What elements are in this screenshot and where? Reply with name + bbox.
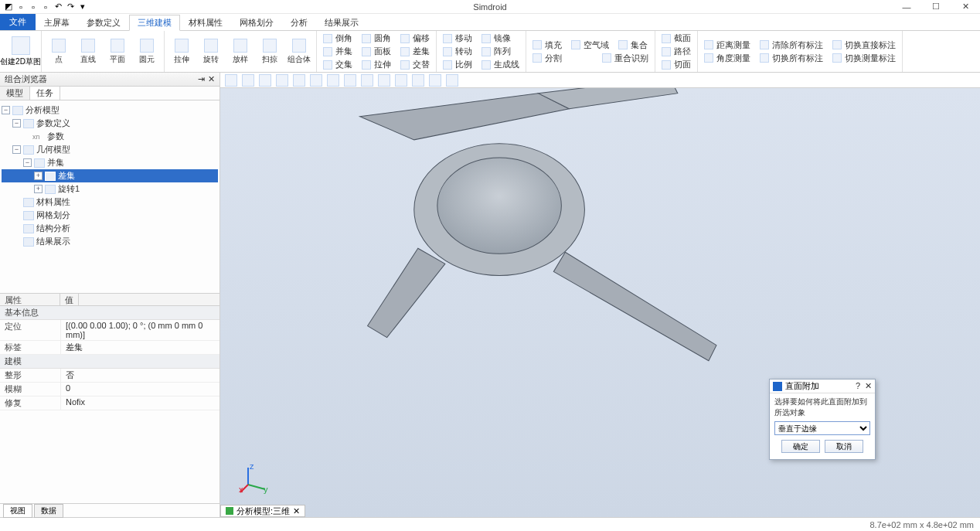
rb-plane[interactable]: 平面	[105, 34, 130, 69]
file-menu[interactable]: 文件	[0, 14, 36, 30]
bottom-tab-data[interactable]: 数据	[34, 504, 63, 518]
model-tree[interactable]: −分析模型 −参数定义 xn 参数 −几何模型 −并集 +差集 +旋转1 材料属…	[0, 100, 219, 293]
grid-icon[interactable]	[446, 74, 458, 87]
rb-split[interactable]: 分割重合识别	[533, 53, 648, 64]
close-button[interactable]: ✕	[951, 0, 980, 14]
lasso-icon[interactable]	[327, 74, 339, 87]
tree-union[interactable]: 并集	[47, 157, 64, 168]
save-icon[interactable]: ▫	[40, 2, 51, 12]
tree-param-def[interactable]: 参数定义	[36, 117, 70, 129]
minimize-button[interactable]: —	[892, 0, 921, 14]
select-icon[interactable]	[259, 74, 271, 87]
viewport-tab-icon	[226, 507, 233, 515]
dialog-close-icon[interactable]: ✕	[865, 381, 872, 391]
expander-icon[interactable]: −	[2, 106, 10, 114]
extrude-icon	[175, 39, 189, 53]
rb-cut[interactable]: 切面	[662, 59, 691, 70]
rb-angle[interactable]: 角度测量切换所有标注切换测量标注	[704, 53, 896, 64]
ribbon: 创建2D草图 点 直线 平面 圆元 拉伸 旋转 放样 扫掠 组合体 倒角圆角偏移…	[0, 31, 980, 73]
rb-revolve[interactable]: 旋转	[199, 34, 223, 69]
tab-3d-model[interactable]: 三维建模	[129, 15, 180, 31]
tree-geom[interactable]: 几何模型	[36, 144, 70, 155]
model-icon	[12, 106, 23, 115]
tab-analysis[interactable]: 分析	[282, 14, 316, 30]
tree-mesh[interactable]: 网格划分	[36, 209, 70, 221]
rb-circle[interactable]: 圆元	[134, 34, 159, 69]
visibility-icon[interactable]	[395, 74, 407, 87]
status-dimensions: 8.7e+02 mm x 4.8e+02 mm	[869, 520, 974, 529]
pin-icon[interactable]: ⇥	[198, 74, 205, 84]
pan-icon[interactable]	[361, 74, 373, 87]
rb-fill[interactable]: 填充空气域集合	[533, 39, 648, 51]
bottom-tab-view[interactable]: 视图	[3, 504, 32, 518]
display-mode-icon[interactable]	[276, 74, 288, 87]
tab-home[interactable]: 主屏幕	[36, 14, 78, 30]
tree-material[interactable]: 材料属性	[36, 196, 70, 208]
tree-rotate[interactable]: 旋转1	[58, 183, 80, 195]
rb-path[interactable]: 路径	[662, 46, 691, 57]
props-row-repair[interactable]: 修复Nofix	[0, 397, 219, 410]
maximize-button[interactable]: ☐	[921, 0, 951, 14]
rb-scale[interactable]: 比例生成线	[443, 59, 519, 70]
rb-dist[interactable]: 距离测量清除所有标注切换直接标注	[704, 39, 896, 51]
expander-icon[interactable]: +	[34, 172, 43, 180]
tab-material[interactable]: 材料属性	[180, 14, 231, 30]
rb-loft[interactable]: 放样	[228, 34, 253, 69]
expander-icon[interactable]: −	[12, 145, 21, 154]
snap-icon[interactable]	[429, 74, 441, 87]
cancel-button[interactable]: 取消	[825, 440, 863, 453]
browser-tab-task[interactable]: 任务	[30, 87, 60, 100]
tree-result[interactable]: 结果展示	[36, 236, 70, 247]
rb-section[interactable]: 截面	[662, 32, 691, 44]
undo-icon[interactable]: ↶	[53, 2, 63, 12]
ribbon-create-sketch[interactable]: 创建2D草图	[0, 31, 42, 72]
tree-struct[interactable]: 结构分析	[36, 223, 70, 234]
rb-extrude[interactable]: 拉伸	[169, 34, 194, 69]
zoom-fit-icon[interactable]	[293, 74, 305, 87]
camera-icon[interactable]	[225, 74, 237, 87]
redo-icon[interactable]: ↷	[65, 2, 76, 12]
svg-marker-0	[360, 94, 570, 140]
new-icon[interactable]: ▫	[15, 2, 26, 12]
rb-compound[interactable]: 组合体	[287, 34, 311, 69]
box-select-icon[interactable]	[310, 74, 322, 87]
props-row-fuzzy[interactable]: 模糊0	[0, 383, 219, 397]
tab-param[interactable]: 参数定义	[78, 14, 129, 30]
3d-canvas[interactable]: z y x 分析模型:三维 ✕ 直面附加 ? ✕	[220, 88, 980, 517]
print-icon[interactable]	[242, 74, 254, 87]
props-row-label[interactable]: 标签差集	[0, 341, 219, 355]
open-icon[interactable]: ▫	[28, 2, 39, 12]
rb-move[interactable]: 移动镜像	[443, 32, 519, 44]
qat-dropdown-icon[interactable]: ▾	[77, 2, 88, 12]
svg-marker-4	[553, 252, 716, 360]
rb-point[interactable]: 点	[46, 34, 71, 69]
viewport-tab[interactable]: 分析模型:三维 ✕	[220, 505, 305, 517]
tab-close-icon[interactable]: ✕	[293, 506, 300, 516]
dialog-body: 选择要如何将此直面附加到所选对象 垂直于边缘 确定 取消	[770, 393, 875, 459]
tree-param-leaf[interactable]: 参数	[47, 131, 64, 142]
expander-icon[interactable]: −	[23, 158, 32, 167]
ok-button[interactable]: 确定	[781, 440, 820, 453]
expander-icon[interactable]: +	[34, 185, 43, 193]
rb-sweep[interactable]: 扫掠	[257, 34, 282, 69]
tab-results[interactable]: 结果展示	[316, 14, 367, 30]
panel-close-icon[interactable]: ✕	[208, 74, 215, 84]
props-row-pos[interactable]: 定位[(0.00 0.00 1.00); 0 °; (0 mm 0 mm 0 m…	[0, 320, 219, 341]
dialog-titlebar[interactable]: 直面附加 ? ✕	[770, 380, 875, 393]
section-view-icon[interactable]	[412, 74, 424, 87]
rb-fillet[interactable]: 并集面板差集	[323, 46, 430, 57]
rb-chamfer[interactable]: 倒角圆角偏移	[323, 32, 430, 44]
attach-mode-select[interactable]: 垂直于边缘	[774, 421, 870, 435]
rb-rotate[interactable]: 转动阵列	[443, 46, 519, 57]
browser-tab-model[interactable]: 模型	[0, 87, 30, 100]
tree-root[interactable]: 分析模型	[26, 104, 60, 116]
zoom-icon[interactable]	[344, 74, 356, 87]
rb-line[interactable]: 直线	[76, 34, 100, 69]
dialog-help-icon[interactable]: ?	[856, 381, 860, 391]
tree-diff[interactable]: 差集	[58, 170, 75, 182]
props-row-shape[interactable]: 整形否	[0, 369, 219, 383]
expander-icon[interactable]: −	[12, 119, 21, 128]
rb-offset[interactable]: 交集拉伸交替	[323, 59, 430, 70]
rotate-view-icon[interactable]	[378, 74, 390, 87]
tab-mesh[interactable]: 网格划分	[231, 14, 282, 30]
